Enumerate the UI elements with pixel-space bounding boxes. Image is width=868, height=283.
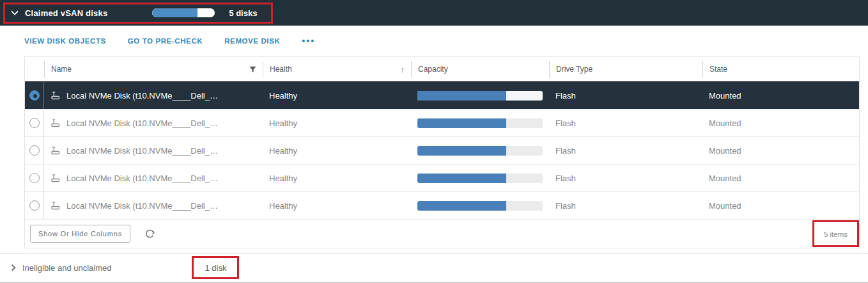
disk-health: Healthy [263,201,411,211]
show-or-hide-columns-button[interactable]: Show Or Hide Columns [30,225,130,243]
disk-actions-toolbar: VIEW DISK OBJECTS GO TO PRE-CHECK REMOVE… [0,26,868,56]
capacity-bar [417,174,543,183]
table-row[interactable]: Local NVMe Disk (t10.NVMe____Dell_… Heal… [25,191,859,219]
row-radio[interactable] [29,200,40,211]
disk-drive-type: Flash [549,201,702,211]
row-radio[interactable] [29,118,40,128]
disk-drive-type: Flash [549,91,702,101]
table-row[interactable]: Local NVMe Disk (t10.NVMe____Dell_… Heal… [25,164,859,191]
disk-icon [50,90,61,101]
claimed-disks-progressbar [152,8,215,17]
disk-state: Mounted [702,91,859,101]
disk-health: Healthy [263,146,411,156]
chevron-down-icon[interactable] [10,8,19,17]
row-radio-selected[interactable] [29,90,40,101]
ineligible-disk-count: 1 disk [205,263,226,273]
row-radio[interactable] [29,145,40,156]
disk-name: Local NVMe Disk (t10.NVMe____Dell_… [66,201,218,211]
disk-name: Local NVMe Disk (t10.NVMe____Dell_… [66,174,218,183]
section-title: Claimed vSAN disks [25,8,107,18]
progressbar-fill [152,8,198,17]
capacity-bar [417,118,543,128]
disk-icon [50,118,61,128]
column-header-health[interactable]: Health ↑ [263,61,411,77]
more-actions-button[interactable]: ••• [302,36,315,46]
sort-ascending-icon[interactable]: ↑ [401,65,405,74]
table-row[interactable]: Local NVMe Disk (t10.NVMe____Dell_… Heal… [25,136,859,164]
table-row[interactable]: Local NVMe Disk (t10.NVMe____Dell_… Heal… [25,81,859,109]
disk-state: Mounted [702,174,859,183]
disk-icon [50,145,61,156]
disk-icon [50,200,61,211]
disk-name: Local NVMe Disk (t10.NVMe____Dell_… [66,146,218,156]
disk-drive-type: Flash [549,146,702,156]
claimed-disks-table: Name Health ↑ Capacity Drive Type State … [24,56,860,248]
disk-icon [50,173,61,183]
ineligible-section-label[interactable]: Ineligible and unclaimed [22,263,111,273]
disk-name: Local NVMe Disk (t10.NVMe____Dell_… [66,91,218,101]
row-radio[interactable] [29,173,40,183]
column-header-drive-type[interactable]: Drive Type [549,61,702,77]
disk-health: Healthy [263,174,411,183]
disk-health: Healthy [263,118,411,128]
ineligible-section: Ineligible and unclaimed 1 disk [0,253,868,283]
table-header-row: Name Health ↑ Capacity Drive Type State [25,57,859,81]
capacity-bar [417,146,543,156]
view-disk-objects-button[interactable]: VIEW DISK OBJECTS [24,37,106,45]
chevron-right-icon[interactable] [10,264,17,271]
disk-state: Mounted [702,201,859,211]
disk-drive-type: Flash [549,118,702,128]
export-icon[interactable] [144,229,155,239]
disk-health: Healthy [263,91,411,101]
claimed-disk-count: 5 disks [229,8,257,18]
column-header-name[interactable]: Name [44,61,263,77]
disk-state: Mounted [702,118,859,128]
column-header-capacity[interactable]: Capacity [411,61,549,77]
remove-disk-button[interactable]: REMOVE DISK [224,37,280,45]
annotation-box-header: Claimed vSAN disks 5 disks [3,3,273,24]
capacity-bar [417,201,543,211]
table-row[interactable]: Local NVMe Disk (t10.NVMe____Dell_… Heal… [25,109,859,136]
disk-drive-type: Flash [549,174,702,183]
table-footer: Show Or Hide Columns 5 items [25,219,859,248]
disk-state: Mounted [702,146,859,156]
radio-column-header [25,61,44,77]
capacity-bar [417,91,543,101]
annotation-box-items: 5 items [812,220,859,247]
claimed-vsan-disks-header: Claimed vSAN disks 5 disks [0,0,868,26]
go-to-pre-check-button[interactable]: GO TO PRE-CHECK [128,37,203,45]
filter-icon[interactable] [249,66,256,73]
disk-name: Local NVMe Disk (t10.NVMe____Dell_… [66,118,218,128]
annotation-box-disk: 1 disk [192,256,239,279]
items-count: 5 items [824,230,848,238]
column-header-state[interactable]: State [702,61,859,77]
table-body: Local NVMe Disk (t10.NVMe____Dell_… Heal… [25,81,859,219]
